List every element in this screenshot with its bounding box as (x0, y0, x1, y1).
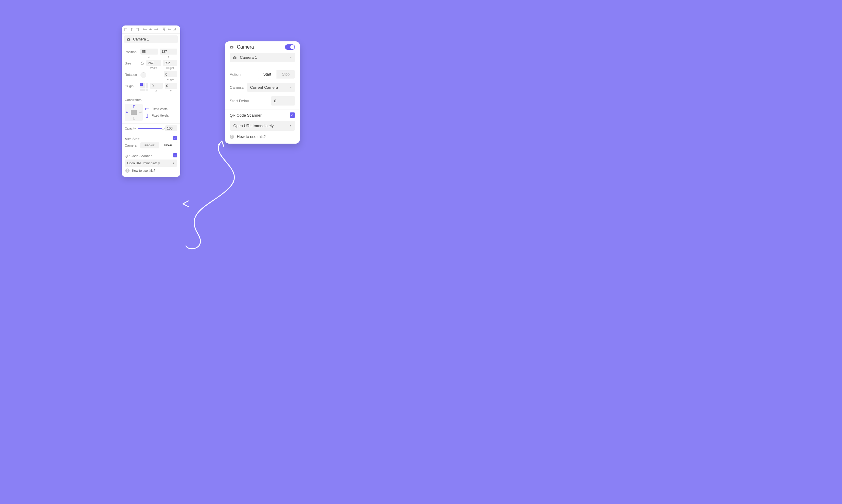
autostart-checkbox[interactable]: ✓ (173, 136, 177, 140)
camera-selector[interactable]: Camera 1 ▼ (230, 53, 295, 62)
chevron-down-icon: ▼ (289, 124, 291, 127)
rotation-knob[interactable] (140, 72, 146, 78)
pin-bottom-icon[interactable] (130, 116, 138, 120)
camera-label: Camera (125, 144, 139, 147)
help-icon: ? (230, 134, 234, 139)
origin-label: Origin (125, 83, 139, 88)
fixed-height-icon (145, 114, 149, 118)
sub-label-ox: X (150, 89, 163, 92)
distribute-left-icon[interactable] (143, 27, 147, 32)
rotation-input[interactable] (164, 71, 178, 77)
qr-label-right: QR Code Scanner (230, 113, 262, 118)
opacity-slider[interactable] (138, 128, 163, 129)
distribute-right-icon[interactable] (154, 27, 158, 32)
element-name: Camera 1 (133, 37, 149, 41)
origin-y-input[interactable] (165, 83, 178, 89)
transform-section: Position X Y Size Width (122, 45, 180, 95)
sub-label-y: Y (160, 55, 178, 58)
size-w-input[interactable] (146, 60, 161, 66)
action-header-section: Camera Camera 1 ▼ (225, 41, 300, 66)
fixed-height-toggle[interactable]: Fixed Height (145, 114, 168, 118)
qr-help-right[interactable]: ? How to use this? (230, 134, 295, 139)
qr-section-right: QR Code Scanner ✓ Open URL Immediately ▼… (225, 109, 300, 144)
pin-center-icon[interactable] (131, 110, 137, 115)
autostart-label: Auto Start (125, 136, 140, 141)
inspector-panel: Camera 1 Position X Y Size (122, 25, 180, 177)
opacity-label: Opacity (125, 127, 136, 130)
action-label: Action (230, 72, 240, 77)
qr-help-label-left: How to use this? (132, 169, 155, 173)
chevron-down-icon: ▼ (290, 86, 292, 89)
action-start-button[interactable]: Start (258, 70, 276, 78)
align-center-v-icon[interactable] (167, 27, 172, 32)
qr-dropdown-value-right: Open URL Immediately (233, 124, 274, 128)
constraints-section: Constraints Fixed Width Fixed Height (122, 95, 180, 124)
pin-widget[interactable] (125, 104, 143, 121)
fixed-width-icon (145, 107, 149, 110)
camera-icon (230, 45, 234, 49)
autostart-section: Auto Start ✓ Camera FRONT REAR (122, 134, 180, 151)
qr-dropdown-left[interactable]: Open URL Immediately ▼ (125, 160, 177, 167)
pin-left-icon[interactable] (126, 109, 130, 116)
size-h-input[interactable] (163, 60, 178, 66)
align-left-icon[interactable] (124, 27, 128, 32)
qr-dropdown-right[interactable]: Open URL Immediately ▼ (230, 121, 295, 131)
rotation-label: Rotation (125, 71, 139, 76)
camera-icon (127, 37, 131, 41)
camera-dropdown-value: Current Camera (250, 85, 278, 90)
camera-selector-value: Camera 1 (240, 55, 257, 60)
qr-checkbox-right[interactable]: ✓ (290, 112, 295, 118)
action-body-section: Action Start Stop Camera Current Camera … (225, 66, 300, 109)
help-icon: ? (125, 168, 129, 173)
qr-dropdown-value-left: Open URL Immediately (127, 161, 160, 165)
qr-help-left[interactable]: ? How to use this? (125, 167, 177, 173)
camera-select-label: Camera (230, 85, 244, 90)
align-center-h-icon[interactable] (129, 27, 134, 32)
sub-label-oy: Y (165, 89, 178, 92)
start-delay-label: Start Delay (230, 98, 249, 103)
chevron-down-icon: ▼ (173, 162, 175, 165)
qr-checkbox-left[interactable]: ✓ (173, 153, 177, 157)
constraints-label: Constraints (125, 97, 177, 102)
qr-label-left: QR Code Scanner (125, 153, 152, 158)
sub-label-angle: Angle (164, 78, 178, 81)
action-stop-button[interactable]: Stop (276, 70, 295, 78)
align-right-icon[interactable] (135, 27, 139, 32)
fixed-width-label: Fixed Width (152, 107, 168, 111)
opacity-section: Opacity (122, 124, 180, 134)
distribute-center-icon[interactable] (148, 27, 153, 32)
lock-aspect-icon[interactable] (140, 60, 145, 66)
size-label: Size (125, 60, 139, 65)
align-top-icon[interactable] (162, 27, 166, 32)
sub-label-h: Height (163, 67, 178, 70)
camera-segment: FRONT REAR (140, 142, 177, 148)
opacity-input[interactable] (165, 125, 177, 131)
position-y-input[interactable] (160, 49, 178, 55)
decorative-arrow (177, 138, 249, 252)
align-bottom-icon[interactable] (173, 27, 177, 32)
fixed-width-toggle[interactable]: Fixed Width (145, 107, 168, 111)
camera-rear-button[interactable]: REAR (159, 142, 178, 148)
element-name-row[interactable]: Camera 1 (124, 35, 178, 43)
svg-rect-0 (141, 63, 143, 65)
start-delay-input[interactable] (271, 96, 295, 106)
sub-label-w: Width (146, 67, 161, 70)
action-panel-title: Camera (237, 44, 254, 50)
panel-enable-toggle[interactable] (285, 44, 295, 50)
camera-icon (233, 55, 237, 60)
origin-x-input[interactable] (150, 83, 163, 89)
sub-label-x: X (140, 55, 158, 58)
action-segment: Start Stop (258, 70, 295, 78)
chevron-down-icon: ▼ (290, 56, 292, 59)
pin-top-icon[interactable] (130, 105, 138, 109)
camera-dropdown[interactable]: Current Camera ▼ (247, 83, 295, 92)
camera-front-button[interactable]: FRONT (140, 142, 159, 148)
position-label: Position (125, 49, 139, 54)
qr-section-left: QR Code Scanner ✓ Open URL Immediately ▼… (122, 151, 180, 177)
origin-grid[interactable] (140, 83, 148, 91)
fixed-height-label: Fixed Height (152, 114, 168, 117)
position-x-input[interactable] (140, 49, 158, 55)
alignment-toolbar (122, 25, 180, 34)
pin-right-icon[interactable] (138, 109, 142, 116)
action-panel: Camera Camera 1 ▼ Action Start Stop Came… (225, 41, 300, 144)
